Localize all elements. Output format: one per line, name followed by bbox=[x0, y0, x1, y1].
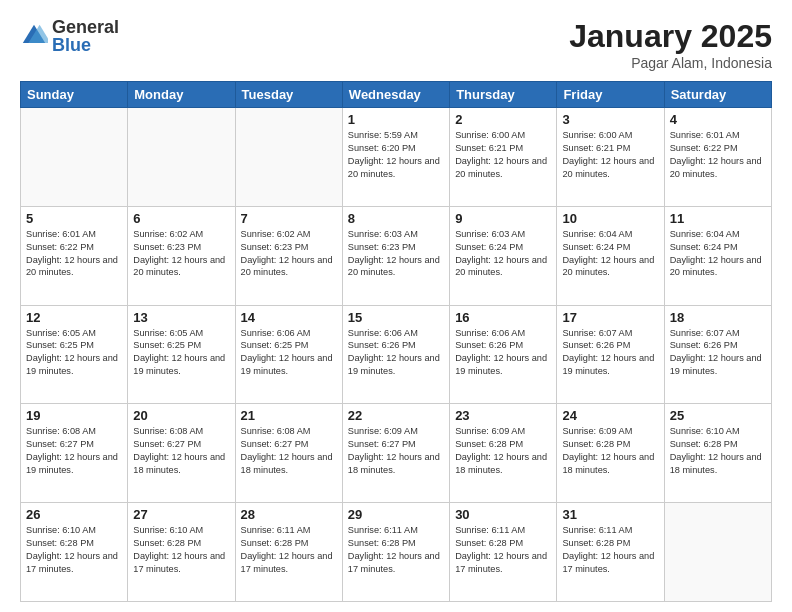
day-number: 21 bbox=[241, 408, 337, 423]
day-info: Sunrise: 6:10 AM Sunset: 6:28 PM Dayligh… bbox=[133, 524, 229, 576]
logo: General Blue bbox=[20, 18, 119, 54]
page: General Blue January 2025 Pagar Alam, In… bbox=[0, 0, 792, 612]
day-info: Sunrise: 6:00 AM Sunset: 6:21 PM Dayligh… bbox=[455, 129, 551, 181]
calendar-week-4: 26Sunrise: 6:10 AM Sunset: 6:28 PM Dayli… bbox=[21, 503, 772, 602]
day-number: 3 bbox=[562, 112, 658, 127]
calendar-week-0: 1Sunrise: 5:59 AM Sunset: 6:20 PM Daylig… bbox=[21, 108, 772, 207]
calendar-cell bbox=[235, 108, 342, 207]
calendar-cell: 5Sunrise: 6:01 AM Sunset: 6:22 PM Daylig… bbox=[21, 206, 128, 305]
day-info: Sunrise: 6:08 AM Sunset: 6:27 PM Dayligh… bbox=[133, 425, 229, 477]
day-info: Sunrise: 6:08 AM Sunset: 6:27 PM Dayligh… bbox=[26, 425, 122, 477]
calendar-cell bbox=[21, 108, 128, 207]
day-number: 1 bbox=[348, 112, 444, 127]
day-number: 5 bbox=[26, 211, 122, 226]
calendar-cell: 30Sunrise: 6:11 AM Sunset: 6:28 PM Dayli… bbox=[450, 503, 557, 602]
calendar-cell: 29Sunrise: 6:11 AM Sunset: 6:28 PM Dayli… bbox=[342, 503, 449, 602]
location: Pagar Alam, Indonesia bbox=[569, 55, 772, 71]
calendar-cell: 14Sunrise: 6:06 AM Sunset: 6:25 PM Dayli… bbox=[235, 305, 342, 404]
day-info: Sunrise: 6:11 AM Sunset: 6:28 PM Dayligh… bbox=[348, 524, 444, 576]
day-number: 28 bbox=[241, 507, 337, 522]
calendar-cell: 12Sunrise: 6:05 AM Sunset: 6:25 PM Dayli… bbox=[21, 305, 128, 404]
day-number: 16 bbox=[455, 310, 551, 325]
day-info: Sunrise: 6:00 AM Sunset: 6:21 PM Dayligh… bbox=[562, 129, 658, 181]
day-number: 7 bbox=[241, 211, 337, 226]
calendar-cell: 24Sunrise: 6:09 AM Sunset: 6:28 PM Dayli… bbox=[557, 404, 664, 503]
calendar-cell: 27Sunrise: 6:10 AM Sunset: 6:28 PM Dayli… bbox=[128, 503, 235, 602]
logo-text: General Blue bbox=[52, 18, 119, 54]
calendar-header-wednesday: Wednesday bbox=[342, 82, 449, 108]
calendar-cell: 3Sunrise: 6:00 AM Sunset: 6:21 PM Daylig… bbox=[557, 108, 664, 207]
day-info: Sunrise: 6:02 AM Sunset: 6:23 PM Dayligh… bbox=[133, 228, 229, 280]
day-number: 9 bbox=[455, 211, 551, 226]
day-number: 30 bbox=[455, 507, 551, 522]
day-info: Sunrise: 6:01 AM Sunset: 6:22 PM Dayligh… bbox=[26, 228, 122, 280]
day-info: Sunrise: 6:10 AM Sunset: 6:28 PM Dayligh… bbox=[26, 524, 122, 576]
logo-general-text: General bbox=[52, 18, 119, 36]
day-number: 23 bbox=[455, 408, 551, 423]
day-number: 19 bbox=[26, 408, 122, 423]
day-number: 11 bbox=[670, 211, 766, 226]
calendar-table: SundayMondayTuesdayWednesdayThursdayFrid… bbox=[20, 81, 772, 602]
calendar-cell: 16Sunrise: 6:06 AM Sunset: 6:26 PM Dayli… bbox=[450, 305, 557, 404]
calendar-cell: 23Sunrise: 6:09 AM Sunset: 6:28 PM Dayli… bbox=[450, 404, 557, 503]
calendar-cell: 9Sunrise: 6:03 AM Sunset: 6:24 PM Daylig… bbox=[450, 206, 557, 305]
day-info: Sunrise: 6:05 AM Sunset: 6:25 PM Dayligh… bbox=[133, 327, 229, 379]
day-info: Sunrise: 6:03 AM Sunset: 6:23 PM Dayligh… bbox=[348, 228, 444, 280]
day-info: Sunrise: 6:07 AM Sunset: 6:26 PM Dayligh… bbox=[562, 327, 658, 379]
calendar-week-1: 5Sunrise: 6:01 AM Sunset: 6:22 PM Daylig… bbox=[21, 206, 772, 305]
calendar-cell: 20Sunrise: 6:08 AM Sunset: 6:27 PM Dayli… bbox=[128, 404, 235, 503]
day-number: 2 bbox=[455, 112, 551, 127]
calendar-cell: 25Sunrise: 6:10 AM Sunset: 6:28 PM Dayli… bbox=[664, 404, 771, 503]
day-info: Sunrise: 6:07 AM Sunset: 6:26 PM Dayligh… bbox=[670, 327, 766, 379]
day-info: Sunrise: 5:59 AM Sunset: 6:20 PM Dayligh… bbox=[348, 129, 444, 181]
day-number: 22 bbox=[348, 408, 444, 423]
calendar-cell: 1Sunrise: 5:59 AM Sunset: 6:20 PM Daylig… bbox=[342, 108, 449, 207]
day-info: Sunrise: 6:05 AM Sunset: 6:25 PM Dayligh… bbox=[26, 327, 122, 379]
month-title: January 2025 bbox=[569, 18, 772, 55]
day-number: 4 bbox=[670, 112, 766, 127]
calendar-cell: 19Sunrise: 6:08 AM Sunset: 6:27 PM Dayli… bbox=[21, 404, 128, 503]
day-number: 18 bbox=[670, 310, 766, 325]
calendar-header-friday: Friday bbox=[557, 82, 664, 108]
day-number: 14 bbox=[241, 310, 337, 325]
calendar-cell: 22Sunrise: 6:09 AM Sunset: 6:27 PM Dayli… bbox=[342, 404, 449, 503]
day-number: 17 bbox=[562, 310, 658, 325]
day-number: 12 bbox=[26, 310, 122, 325]
calendar-cell: 26Sunrise: 6:10 AM Sunset: 6:28 PM Dayli… bbox=[21, 503, 128, 602]
calendar-header-tuesday: Tuesday bbox=[235, 82, 342, 108]
calendar-cell: 17Sunrise: 6:07 AM Sunset: 6:26 PM Dayli… bbox=[557, 305, 664, 404]
day-info: Sunrise: 6:11 AM Sunset: 6:28 PM Dayligh… bbox=[455, 524, 551, 576]
day-number: 31 bbox=[562, 507, 658, 522]
day-info: Sunrise: 6:04 AM Sunset: 6:24 PM Dayligh… bbox=[562, 228, 658, 280]
calendar-cell: 10Sunrise: 6:04 AM Sunset: 6:24 PM Dayli… bbox=[557, 206, 664, 305]
logo-icon bbox=[20, 22, 48, 50]
logo-blue-text: Blue bbox=[52, 36, 119, 54]
day-info: Sunrise: 6:06 AM Sunset: 6:25 PM Dayligh… bbox=[241, 327, 337, 379]
day-number: 6 bbox=[133, 211, 229, 226]
day-info: Sunrise: 6:01 AM Sunset: 6:22 PM Dayligh… bbox=[670, 129, 766, 181]
calendar-cell: 13Sunrise: 6:05 AM Sunset: 6:25 PM Dayli… bbox=[128, 305, 235, 404]
day-number: 15 bbox=[348, 310, 444, 325]
day-info: Sunrise: 6:02 AM Sunset: 6:23 PM Dayligh… bbox=[241, 228, 337, 280]
day-number: 13 bbox=[133, 310, 229, 325]
calendar-cell: 7Sunrise: 6:02 AM Sunset: 6:23 PM Daylig… bbox=[235, 206, 342, 305]
day-info: Sunrise: 6:06 AM Sunset: 6:26 PM Dayligh… bbox=[455, 327, 551, 379]
calendar-cell: 2Sunrise: 6:00 AM Sunset: 6:21 PM Daylig… bbox=[450, 108, 557, 207]
day-info: Sunrise: 6:10 AM Sunset: 6:28 PM Dayligh… bbox=[670, 425, 766, 477]
calendar-cell: 28Sunrise: 6:11 AM Sunset: 6:28 PM Dayli… bbox=[235, 503, 342, 602]
day-number: 26 bbox=[26, 507, 122, 522]
day-info: Sunrise: 6:11 AM Sunset: 6:28 PM Dayligh… bbox=[562, 524, 658, 576]
calendar-cell: 8Sunrise: 6:03 AM Sunset: 6:23 PM Daylig… bbox=[342, 206, 449, 305]
day-number: 29 bbox=[348, 507, 444, 522]
calendar-cell bbox=[128, 108, 235, 207]
calendar-cell bbox=[664, 503, 771, 602]
day-info: Sunrise: 6:09 AM Sunset: 6:28 PM Dayligh… bbox=[562, 425, 658, 477]
calendar-cell: 18Sunrise: 6:07 AM Sunset: 6:26 PM Dayli… bbox=[664, 305, 771, 404]
day-info: Sunrise: 6:06 AM Sunset: 6:26 PM Dayligh… bbox=[348, 327, 444, 379]
day-number: 24 bbox=[562, 408, 658, 423]
calendar-cell: 21Sunrise: 6:08 AM Sunset: 6:27 PM Dayli… bbox=[235, 404, 342, 503]
title-block: January 2025 Pagar Alam, Indonesia bbox=[569, 18, 772, 71]
day-info: Sunrise: 6:11 AM Sunset: 6:28 PM Dayligh… bbox=[241, 524, 337, 576]
day-number: 8 bbox=[348, 211, 444, 226]
day-info: Sunrise: 6:04 AM Sunset: 6:24 PM Dayligh… bbox=[670, 228, 766, 280]
